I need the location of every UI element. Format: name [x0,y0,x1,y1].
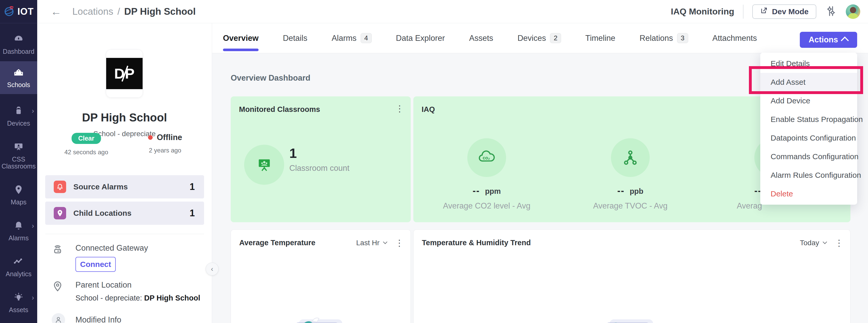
tab-data-explorer[interactable]: Data Explorer [396,23,445,53]
co2-value-row: -- ppm [472,185,501,196]
back-arrow-icon[interactable]: ← [51,5,61,18]
tab-label: Devices [518,34,546,43]
molecule-icon [620,148,641,168]
bell-icon [13,221,24,232]
chevron-right-icon: › [32,294,34,302]
sidebar-item-devices[interactable]: Devices › [0,101,37,131]
topbar-right: IAQ Monitoring Dev Mode [671,4,860,19]
source-alarms-label: Source Alarms [73,182,128,191]
tvoc-unit: ppb [629,187,643,196]
time-range-select[interactable]: Today [800,239,828,247]
classroom-count-value: 1 [289,145,349,161]
tab-label: Attachments [712,34,757,43]
sidebar-item-label: CSS Classrooms [2,156,36,170]
breadcrumb: Locations / DP High School [72,6,196,17]
tab-label: Details [283,34,307,43]
child-locations-label: Child Locations [73,209,131,217]
classroom-count-stat: 1 Classroom count [289,145,349,173]
tab-timeline[interactable]: Timeline [585,23,615,53]
kebab-menu-icon[interactable]: ⋮ [835,238,843,247]
panel-collapse-button[interactable]: ‹ [206,263,219,275]
presentation-board-icon [256,156,273,173]
user-avatar[interactable] [846,4,860,19]
chevron-right-icon: › [32,222,34,230]
chevron-down-icon [382,241,388,245]
tvoc-value-row: -- ppb [617,185,643,196]
menu-item-commands-configuration[interactable]: Commands Configuration [760,147,857,166]
sidebar-item-label: Schools [7,81,30,89]
gateway-icon [52,243,65,272]
sidebar-item-schools[interactable]: Schools [0,61,37,94]
connect-button[interactable]: Connect [75,257,116,272]
tab-relations[interactable]: Relations3 [640,23,688,53]
time-range-value: Last Hr [356,239,379,247]
tab-details[interactable]: Details [283,23,307,53]
card-title: Average Temperature [239,238,315,247]
sidebar-item-dashboard[interactable]: Dashboard [0,29,37,59]
tab-attachments[interactable]: Attachments [712,23,757,53]
alarm-status-column: Clear 42 seconds ago [59,133,114,156]
actions-dropdown-menu: Edit Details Add Asset Add Device Enable… [760,53,857,205]
child-locations-row[interactable]: Child Locations 1 [45,202,204,225]
third-label: Averag [737,201,762,211]
iot-globe-icon [4,5,16,18]
kebab-menu-icon[interactable]: ⋮ [395,104,404,113]
average-temperature-card: Average Temperature Last Hr ⋮ [231,230,411,323]
dashboard-heading: Overview Dashboard [231,74,310,83]
source-alarms-bell-icon [54,181,66,193]
tab-label: Timeline [585,34,615,43]
sidebar-item-label: Alarms [8,235,29,242]
tab-assets[interactable]: Assets [469,23,493,53]
menu-item-edit-details[interactable]: Edit Details [760,54,857,73]
tab-label: Relations [640,34,673,43]
settings-sliders-icon[interactable] [825,5,837,18]
menu-item-datapoints-configuration[interactable]: Datapoints Configuration [760,129,857,147]
menu-item-alarm-rules-configuration[interactable]: Alarm Rules Configuration [760,166,857,184]
offline-dot-icon [148,135,153,140]
tab-devices[interactable]: Devices2 [518,23,561,53]
sidebar-item-analytics[interactable]: Analytics [0,252,37,282]
school-name: DP High School [37,111,212,124]
tab-overview[interactable]: Overview [223,23,258,53]
breadcrumb-current: DP High School [124,6,196,17]
app-logo[interactable]: IOT [0,0,37,23]
co2-unit: ppm [485,187,501,196]
chevron-down-icon [822,241,828,245]
menu-item-enable-status-propagation[interactable]: Enable Status Propagation [760,110,857,129]
classroom-icon-circle [244,145,284,185]
external-link-icon [760,7,768,16]
menu-item-add-asset[interactable]: Add Asset [760,73,857,91]
tab-label: Data Explorer [396,34,445,43]
tab-bar: Overview Details Alarms4 Data Explorer A… [212,23,868,53]
connectivity-status-column: Offline 2 years ago [138,133,192,154]
time-range-select[interactable]: Last Hr [356,239,388,247]
sidebar-item-alarms[interactable]: Alarms › [0,216,37,246]
sidebar-item-maps[interactable]: Maps [0,180,37,210]
dev-mode-button[interactable]: Dev Mode [752,4,816,19]
sidebar-item-css-classrooms[interactable]: CSS Classrooms [0,137,37,174]
app-logo-text: IOT [18,6,34,17]
breadcrumb-locations[interactable]: Locations [72,6,113,17]
sidebar-item-assets[interactable]: Assets › [0,288,37,318]
parent-location-label: Parent Location [75,281,200,290]
modified-info-label: Modified Info [75,315,121,323]
actions-button-label: Actions [809,35,838,45]
tab-label: Assets [469,34,493,43]
menu-item-delete[interactable]: Delete [760,184,857,203]
offline-label: Offline [157,133,182,142]
tab-alarms[interactable]: Alarms4 [332,23,372,53]
device-icon [13,106,24,117]
offline-status: Offline [148,133,182,142]
kebab-menu-icon[interactable]: ⋮ [395,238,404,247]
offline-status-time: 2 years ago [149,147,181,154]
actions-button[interactable]: Actions [800,32,857,48]
sidebar-nav: Dashboard Schools Devices › CSS Classroo… [0,23,37,323]
source-alarms-row[interactable]: Source Alarms 1 [45,175,204,199]
tab-label: Alarms [332,34,356,43]
parent-location-name: DP High School [144,294,200,302]
menu-item-add-device[interactable]: Add Device [760,91,857,110]
classroom-count-label: Classroom count [289,164,349,173]
sidebar-item-label: Devices [7,120,30,127]
person-icon [52,313,65,323]
gateway-label: Connected Gateway [75,243,148,253]
